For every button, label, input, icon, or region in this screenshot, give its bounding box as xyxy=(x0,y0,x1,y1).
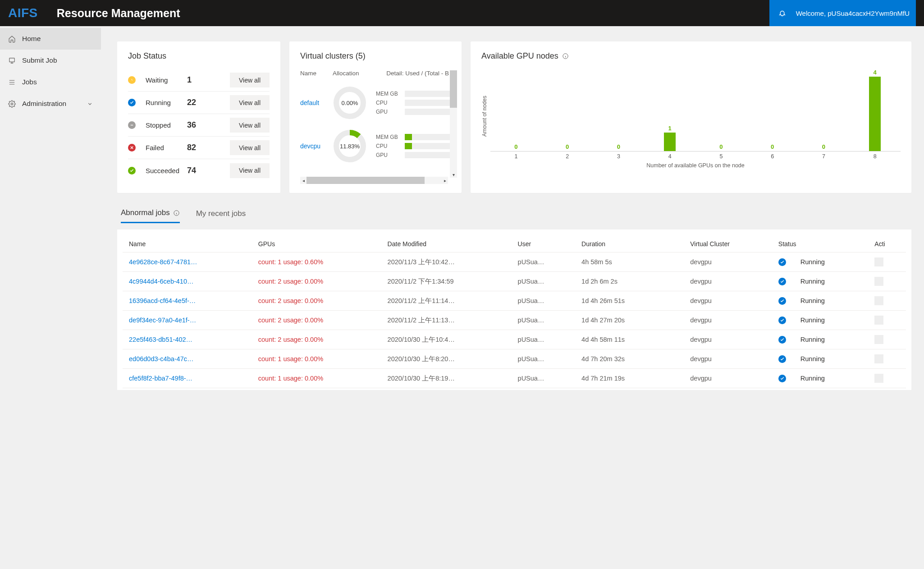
chart-xtick: 7 xyxy=(798,153,850,160)
job-name-link[interactable]: cfe5f8f2-bba7-49f8-… xyxy=(123,369,252,388)
status-icon xyxy=(128,167,136,174)
tab-abnormal-jobs[interactable]: Abnormal jobs xyxy=(121,208,180,223)
job-date: 2020/11/2 上午11:14… xyxy=(381,291,512,311)
status-icon xyxy=(128,76,136,84)
sidebar-item-administration[interactable]: Administration xyxy=(0,93,101,115)
info-icon[interactable] xyxy=(562,53,569,60)
info-icon[interactable] xyxy=(173,210,180,216)
table-row: 16396acd-cf64-4e5f-…count: 2 usage: 0.00… xyxy=(123,291,906,311)
scrollbar-arrow-right-icon[interactable]: ▸ xyxy=(442,177,448,184)
job-action[interactable] xyxy=(868,369,906,388)
chart-bar: 0 xyxy=(542,69,593,151)
table-header[interactable]: GPUs xyxy=(252,236,381,252)
job-gpus: count: 1 usage: 0.60% xyxy=(252,252,381,272)
job-status-row: Waiting1View all xyxy=(128,69,270,92)
job-name-link[interactable]: ed06d0d3-c4ba-47c… xyxy=(123,349,252,369)
job-name-link[interactable]: 4c9944d4-6ceb-410… xyxy=(123,272,252,291)
metric-bar: 86 xyxy=(405,134,457,140)
vc-metrics: MEM GBCPUGPU xyxy=(376,91,457,115)
scrollbar-arrow-left-icon[interactable]: ◂ xyxy=(300,177,306,184)
job-vcluster: devgpu xyxy=(684,330,772,349)
metric-bar xyxy=(405,91,457,97)
view-all-button[interactable]: View all xyxy=(230,95,270,110)
jobs-icon xyxy=(8,78,16,86)
job-duration: 1d 2h 6m 2s xyxy=(575,272,684,291)
status-label: Waiting xyxy=(146,76,187,84)
status-icon xyxy=(128,121,136,129)
job-status-row: Succeeded74View all xyxy=(128,159,270,182)
bell-icon[interactable] xyxy=(778,9,786,17)
chart-xtick: 3 xyxy=(593,153,645,160)
job-gpus: count: 2 usage: 0.00% xyxy=(252,272,381,291)
job-date: 2020/10/30 上午8:19… xyxy=(381,369,512,388)
sidebar-item-submit-job[interactable]: Submit Job xyxy=(0,50,101,71)
job-tabs: Abnormal jobs My recent jobs xyxy=(117,208,911,223)
job-name-link[interactable]: de9f34ec-97a0-4e1f-… xyxy=(123,311,252,330)
metric-bar xyxy=(405,100,457,106)
sidebar-item-label: Jobs xyxy=(22,78,37,86)
job-vcluster: devgpu xyxy=(684,369,772,388)
vc-horizontal-scrollbar[interactable]: ◂ ▸ xyxy=(300,177,448,184)
job-action[interactable] xyxy=(868,311,906,330)
table-header[interactable]: Date Modified xyxy=(381,236,512,252)
vc-vertical-scrollbar[interactable]: ▾ xyxy=(450,70,457,178)
status-icon xyxy=(778,336,786,344)
virtual-clusters-card: Virtual clusters (5) Name Allocation Det… xyxy=(289,41,462,193)
job-action[interactable] xyxy=(868,272,906,291)
job-user: pUSua… xyxy=(512,252,576,272)
job-gpus: count: 2 usage: 0.00% xyxy=(252,291,381,311)
table-header[interactable]: Acti xyxy=(868,236,906,252)
home-icon xyxy=(8,35,16,43)
table-header[interactable]: Name xyxy=(123,236,252,252)
job-user: pUSua… xyxy=(512,349,576,369)
table-header[interactable]: Virtual Cluster xyxy=(684,236,772,252)
view-all-button[interactable]: View all xyxy=(230,163,270,178)
job-vcluster: devgpu xyxy=(684,349,772,369)
status-label: Stopped xyxy=(146,121,187,129)
table-row: cfe5f8f2-bba7-49f8-…count: 1 usage: 0.00… xyxy=(123,369,906,388)
welcome-banner[interactable]: Welcome, pUSua4cacxH2Ywm9nMfU xyxy=(769,0,916,26)
chart-xtick: 4 xyxy=(644,153,695,160)
view-all-button[interactable]: View all xyxy=(230,118,270,133)
vc-col-detail: Detail: Used / (Total - B xyxy=(378,70,457,77)
status-count: 22 xyxy=(187,98,210,107)
job-status-title: Job Status xyxy=(128,51,270,61)
job-user: pUSua… xyxy=(512,272,576,291)
chart-xtick: 5 xyxy=(695,153,747,160)
table-row: 4c9944d4-6ceb-410…count: 2 usage: 0.00%2… xyxy=(123,272,906,291)
table-row: de9f34ec-97a0-4e1f-…count: 2 usage: 0.00… xyxy=(123,311,906,330)
job-action[interactable] xyxy=(868,330,906,349)
welcome-text: Welcome, pUSua4cacxH2Ywm9nMfU xyxy=(796,9,910,17)
status-icon xyxy=(778,297,786,305)
view-all-button[interactable]: View all xyxy=(230,140,270,155)
sidebar-item-jobs[interactable]: Jobs xyxy=(0,71,101,93)
chart-bar: 1 xyxy=(644,69,695,151)
view-all-button[interactable]: View all xyxy=(230,73,270,87)
table-header[interactable]: Status xyxy=(772,236,869,252)
vc-name-link[interactable]: default xyxy=(300,99,328,106)
status-label: Succeeded xyxy=(146,167,187,174)
job-status-row: Running22View all xyxy=(128,92,270,114)
job-name-link[interactable]: 4e9628ce-8c67-4781… xyxy=(123,252,252,272)
job-action[interactable] xyxy=(868,349,906,369)
job-action[interactable] xyxy=(868,291,906,311)
status-icon xyxy=(128,144,136,151)
metric-bar xyxy=(405,152,457,158)
sidebar-item-home[interactable]: Home xyxy=(0,28,101,50)
tab-my-recent-jobs[interactable]: My recent jobs xyxy=(196,208,246,223)
scrollbar-thumb[interactable] xyxy=(306,177,425,184)
scrollbar-thumb[interactable] xyxy=(450,70,457,108)
job-vcluster: devgpu xyxy=(684,272,772,291)
gpu-nodes-card: Available GPU nodes Amount of nodes 0001… xyxy=(471,41,911,193)
sidebar-item-label: Home xyxy=(22,35,41,43)
table-header[interactable]: User xyxy=(512,236,576,252)
vc-name-link[interactable]: devcpu xyxy=(300,142,328,150)
job-status: Running xyxy=(772,369,869,388)
virtual-clusters-title: Virtual clusters (5) xyxy=(300,51,457,61)
job-action[interactable] xyxy=(868,252,906,272)
status-icon xyxy=(778,317,786,324)
scrollbar-arrow-down-icon[interactable]: ▾ xyxy=(450,171,457,178)
job-name-link[interactable]: 22e5f463-db51-402… xyxy=(123,330,252,349)
table-header[interactable]: Duration xyxy=(575,236,684,252)
job-name-link[interactable]: 16396acd-cf64-4e5f-… xyxy=(123,291,252,311)
